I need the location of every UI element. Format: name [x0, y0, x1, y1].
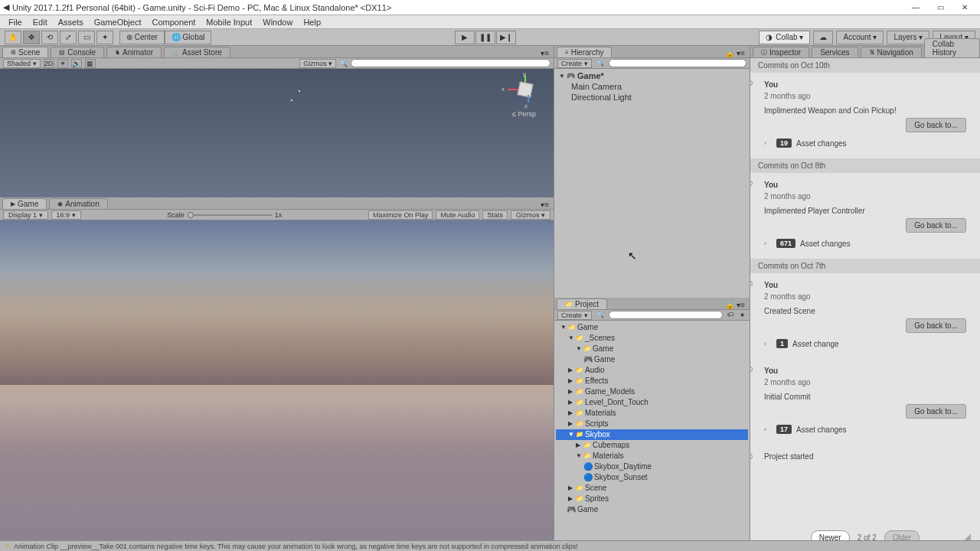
project-options-icon[interactable]: 🔒 ▾≡: [720, 301, 750, 309]
scene-search[interactable]: [351, 59, 550, 67]
menu-component[interactable]: Component: [146, 18, 201, 27]
project-scene-game-root[interactable]: 🎮Game: [556, 504, 748, 515]
menu-file[interactable]: File: [3, 18, 28, 27]
pause-button[interactable]: ❚❚: [475, 31, 495, 44]
go-back-button[interactable]: Go back to...: [906, 218, 966, 233]
account-dropdown[interactable]: Account ▾: [836, 31, 884, 44]
tab-inspector[interactable]: ⓘInspector: [753, 47, 809, 57]
hierarchy-create[interactable]: Create ▾: [557, 59, 592, 68]
project-material-sunset[interactable]: 🔵Skybox_Sunset: [556, 472, 748, 483]
step-button[interactable]: ▶❙: [496, 31, 516, 44]
project-search[interactable]: [609, 311, 723, 319]
maximize-button[interactable]: ▭: [928, 1, 952, 15]
project-folder-audio[interactable]: ▶📁Audio: [556, 365, 748, 376]
project-folder-leveldonttouch[interactable]: ▶📁Level_Dont_Touch: [556, 397, 748, 408]
asset-changes-row[interactable]: › 1 Asset change: [764, 336, 966, 351]
project-tree[interactable]: ▼📁Game ▼📁_Scenes ▼📁Game 🎮Game ▶📁Audio ▶📁…: [554, 321, 750, 549]
tab-assetstore[interactable]: 🛒Asset Store: [164, 47, 230, 57]
hierarchy-item-camera[interactable]: Main Camera: [556, 81, 748, 92]
tab-project[interactable]: 📁Project: [557, 298, 607, 309]
tab-services[interactable]: Services: [812, 47, 858, 57]
project-folder-skybox[interactable]: ▼📁Skybox: [556, 429, 748, 440]
mute-audio[interactable]: Mute Audio: [436, 210, 479, 220]
hierarchy-item-light[interactable]: Directional Light: [556, 92, 748, 103]
scene-gizmo[interactable]: y x z ≤ Persp: [506, 75, 544, 122]
project-folder-game[interactable]: ▼📁Game: [556, 322, 748, 333]
scene-view[interactable]: y x z ≤ Persp: [0, 69, 554, 197]
display-dropdown[interactable]: Display 1 ▾: [3, 210, 48, 220]
tab-navigation[interactable]: ⛕Navigation: [861, 47, 922, 57]
project-folder-gamemodels[interactable]: ▶📁Game_Models: [556, 386, 748, 397]
tab-console[interactable]: ▤Console: [51, 47, 104, 57]
project-folder-skymaterials[interactable]: ▼📁Materials: [556, 451, 748, 461]
menu-assets[interactable]: Assets: [53, 18, 89, 27]
project-folder-scene-game[interactable]: ▼📁Game: [556, 344, 748, 354]
scale-slider[interactable]: [188, 214, 272, 216]
collab-history-panel[interactable]: Commits on Oct 10th You 2 months ago Imp…: [750, 58, 980, 549]
game-options-icon[interactable]: ▾≡: [536, 201, 554, 209]
pivot-global-button[interactable]: 🌐 Global: [165, 31, 212, 44]
hierarchy-root[interactable]: ▼🎮Game*: [556, 70, 748, 81]
hierarchy-search[interactable]: [609, 59, 746, 67]
filter-icon[interactable]: 🏷: [726, 311, 735, 318]
gizmo-cube[interactable]: [517, 81, 533, 97]
project-folder-scenes[interactable]: ▼📁_Scenes: [556, 333, 748, 344]
project-folder-sprites[interactable]: ▶📁Sprites: [556, 494, 748, 504]
audio-toggle[interactable]: 🔊: [71, 59, 82, 68]
project-folder-materials[interactable]: ▶📁Materials: [556, 408, 748, 419]
menu-help[interactable]: Help: [298, 18, 326, 27]
asset-changes-row[interactable]: › 671 Asset changes: [764, 236, 966, 251]
fx-toggle[interactable]: ▦: [85, 59, 96, 68]
tab-game[interactable]: ▶Game: [2, 198, 47, 209]
project-folder-effects[interactable]: ▶📁Effects: [556, 376, 748, 386]
hierarchy-options-icon[interactable]: 🔒 ▾≡: [720, 49, 750, 57]
project-scene-game[interactable]: 🎮Game: [556, 354, 748, 365]
move-tool[interactable]: ✥: [23, 31, 40, 44]
folder-icon: 📁: [576, 419, 583, 429]
collab-dropdown[interactable]: ◑Collab ▾: [759, 31, 810, 44]
scene-options-icon[interactable]: ▾≡: [536, 49, 554, 57]
project-folder-scene[interactable]: ▶📁Scene: [556, 483, 748, 494]
tab-scene[interactable]: ⊞Scene: [2, 47, 48, 57]
game-view[interactable]: [0, 220, 554, 549]
cloud-button[interactable]: ☁: [813, 31, 833, 44]
asset-changes-row[interactable]: › 17 Asset changes: [764, 422, 966, 437]
go-back-button[interactable]: Go back to...: [906, 118, 966, 132]
minimize-button[interactable]: —: [903, 1, 928, 15]
menu-edit[interactable]: Edit: [28, 18, 53, 27]
tab-animation[interactable]: ◉Animation: [49, 198, 107, 209]
asset-changes-row[interactable]: › 19 Asset changes: [764, 135, 966, 151]
menu-gameobject[interactable]: GameObject: [89, 18, 147, 27]
hierarchy-tree[interactable]: ▼🎮Game* Main Camera Directional Light: [554, 69, 750, 298]
menu-mobileinput[interactable]: Mobile Input: [201, 18, 257, 27]
mode-2d-toggle[interactable]: 2D: [44, 59, 54, 68]
project-folder-scripts[interactable]: ▶📁Scripts: [556, 419, 748, 429]
transform-tool[interactable]: ✦: [96, 31, 113, 44]
play-button[interactable]: ▶: [455, 31, 475, 44]
menu-window[interactable]: Window: [257, 18, 298, 27]
go-back-button[interactable]: Go back to...: [906, 404, 966, 419]
game-gizmos-dropdown[interactable]: Gizmos ▾: [511, 210, 550, 220]
persp-label[interactable]: ≤ Persp: [512, 110, 536, 118]
tab-animator[interactable]: ♞Animator: [106, 47, 162, 57]
scale-tool[interactable]: ⤢: [60, 31, 77, 44]
shading-mode[interactable]: Shaded ▾: [3, 59, 41, 68]
gizmos-dropdown[interactable]: Gizmos ▾: [299, 59, 336, 68]
project-folder-cubemaps[interactable]: ▶📁Cubemaps: [556, 440, 748, 451]
tab-collab-history[interactable]: Collab History: [924, 38, 980, 57]
close-button[interactable]: ✕: [952, 1, 977, 15]
hand-tool[interactable]: ✋: [5, 31, 21, 44]
lighting-toggle[interactable]: ☀: [57, 59, 68, 68]
project-material-daytime[interactable]: 🔵Skybox_Daytime: [556, 461, 748, 472]
pivot-center-button[interactable]: ⊕ Center: [119, 31, 165, 44]
rect-tool[interactable]: ▭: [78, 31, 95, 44]
project-create[interactable]: Create ▾: [557, 311, 592, 320]
tab-hierarchy[interactable]: ≡Hierarchy: [557, 47, 612, 57]
stats-button[interactable]: Stats: [482, 210, 508, 220]
go-back-button[interactable]: Go back to...: [906, 318, 966, 333]
star-icon[interactable]: ★: [738, 311, 746, 318]
aspect-dropdown[interactable]: 16:9 ▾: [51, 210, 81, 220]
layers-dropdown[interactable]: Layers ▾: [887, 31, 929, 44]
rotate-tool[interactable]: ⟲: [41, 31, 58, 44]
maximize-on-play[interactable]: Maximize On Play: [368, 210, 433, 220]
